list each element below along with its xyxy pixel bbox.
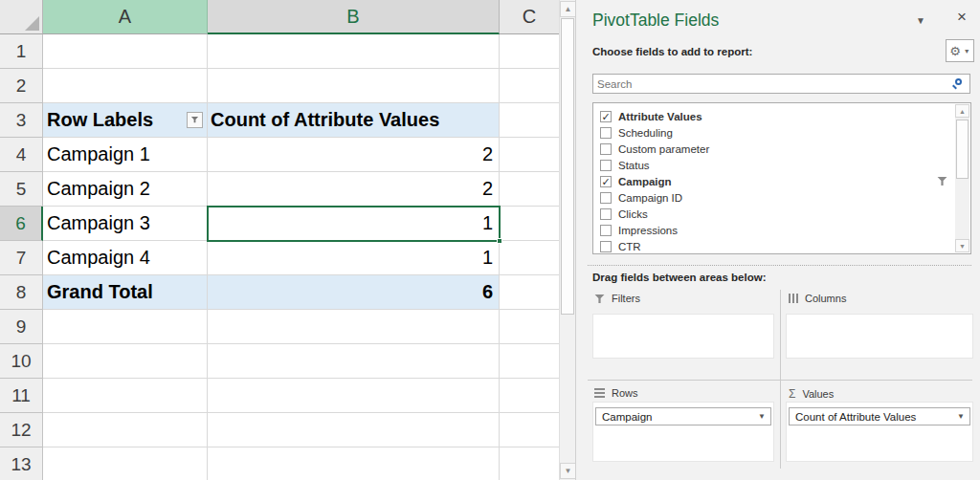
row-header-9[interactable]: 9 [0,310,43,344]
cell-c5[interactable] [500,172,559,207]
values-drop-area[interactable]: Count of Attribute Values ▼ [786,402,973,462]
cell-c4[interactable] [500,138,559,172]
pane-options-button[interactable]: ▼ [916,15,925,26]
cell-b2[interactable] [208,69,500,103]
field-label: Campaign ID [618,192,682,204]
cell-a2[interactable] [43,69,208,103]
cell-c8[interactable] [500,275,559,310]
checkbox[interactable] [600,160,612,171]
field-item-attribute-values[interactable]: ✓Attribute Values [593,108,970,124]
close-pane-button[interactable]: × [957,8,967,27]
field-item-ctr[interactable]: CTR [593,239,970,255]
checkbox[interactable] [600,241,612,252]
row-header-7[interactable]: 7 [0,241,43,275]
cell-a8-grand-total[interactable]: Grand Total [43,275,208,310]
row-header-1[interactable]: 1 [0,34,43,69]
row-header-8[interactable]: 8 [0,275,43,310]
field-label: CTR [618,241,641,252]
search-input[interactable] [593,75,969,93]
cell-a3-row-labels[interactable]: Row Labels [43,103,208,138]
tools-button[interactable]: ⚙ ▼ [946,39,974,62]
cell-c1[interactable] [500,34,559,69]
row-header-5[interactable]: 5 [0,172,43,207]
cell-b5[interactable]: 2 [208,172,500,207]
row-header-6[interactable]: 6 [0,207,43,241]
cell-c9[interactable] [500,310,559,344]
cell-a13[interactable] [43,447,208,480]
cell-b13[interactable] [208,447,500,480]
row-header-2[interactable]: 2 [0,69,43,103]
scroll-up-button[interactable]: ▲ [560,1,576,17]
cell-a9[interactable] [43,310,208,344]
column-header-a[interactable]: A [43,0,208,34]
cell-c6[interactable] [500,207,559,241]
cell-b11[interactable] [208,379,500,413]
field-item-custom-parameter[interactable]: Custom parameter [593,141,970,157]
column-header-b[interactable]: B [208,0,500,34]
cell-b9[interactable] [208,310,500,344]
grand-total-value: 6 [482,281,493,303]
cell-b10[interactable] [208,344,500,379]
rows-drop-area[interactable]: Campaign ▼ [592,402,774,462]
cell-c3[interactable] [500,103,559,138]
row-header-13[interactable]: 13 [0,447,43,480]
cell-a12[interactable] [43,413,208,447]
scrollbar-thumb[interactable] [561,18,574,315]
row-header-4[interactable]: 4 [0,138,43,172]
cell-b6-active[interactable]: 1 [208,207,500,241]
columns-drop-area[interactable] [786,314,973,359]
search-icon[interactable] [952,78,964,90]
cell-b7[interactable]: 1 [208,241,500,275]
checkbox[interactable] [600,225,612,236]
dropdown-arrow-icon[interactable]: ▼ [957,412,965,421]
cell-b1[interactable] [208,34,500,69]
pill-label: Count of Attribute Values [795,411,916,423]
field-item-campaign[interactable]: ✓Campaign [593,173,970,189]
checkbox[interactable]: ✓ [600,176,612,187]
values-field-count-of-attribute-values[interactable]: Count of Attribute Values ▼ [789,407,970,425]
row-header-12[interactable]: 12 [0,413,43,447]
rows-field-campaign[interactable]: Campaign ▼ [595,407,771,425]
cell-b8-grand-total[interactable]: 6 [208,275,500,310]
cell-a6[interactable]: Campaign 3 [43,207,208,241]
checkbox[interactable] [600,127,612,139]
scroll-down-button[interactable]: ▼ [955,239,969,252]
cell-b4[interactable]: 2 [208,138,500,172]
row-header-11[interactable]: 11 [0,379,43,413]
field-list-scrollbar[interactable]: ▲ ▼ [955,104,969,252]
checkbox[interactable] [600,192,612,204]
checkbox[interactable] [600,143,612,155]
column-header-c[interactable]: C [500,0,559,34]
cell-b3-count-header[interactable]: Count of Attribute Values [208,103,500,138]
row-labels-filter-button[interactable] [187,112,203,128]
row-header-10[interactable]: 10 [0,344,43,379]
cell-c13[interactable] [500,447,559,480]
checkbox[interactable]: ✓ [600,111,612,122]
select-all-corner[interactable] [0,0,43,34]
filters-drop-area[interactable] [592,314,774,359]
sheet-vertical-scrollbar[interactable]: ▲ ▼ [559,0,575,480]
field-item-clicks[interactable]: Clicks [593,207,970,223]
scroll-down-button[interactable]: ▼ [560,463,576,479]
field-item-status[interactable]: Status [593,157,970,173]
checkbox[interactable] [600,208,612,220]
cell-c11[interactable] [500,379,559,413]
field-item-campaign-id[interactable]: Campaign ID [593,189,970,206]
cell-a7[interactable]: Campaign 4 [43,241,208,275]
field-item-scheduling[interactable]: Scheduling [593,124,970,141]
cell-c2[interactable] [500,69,559,103]
cell-c7[interactable] [500,241,559,275]
field-item-impressions[interactable]: Impressions [593,223,970,239]
scrollbar-thumb[interactable] [956,120,969,179]
cell-c12[interactable] [500,413,559,447]
cell-a11[interactable] [43,379,208,413]
row-header-3[interactable]: 3 [0,103,43,138]
cell-b12[interactable] [208,413,500,447]
scroll-up-button[interactable]: ▲ [955,104,969,118]
cell-c10[interactable] [500,344,559,379]
cell-a5[interactable]: Campaign 2 [43,172,208,207]
cell-a4[interactable]: Campaign 1 [43,138,208,172]
dropdown-arrow-icon[interactable]: ▼ [758,412,766,421]
cell-a1[interactable] [43,34,208,69]
cell-a10[interactable] [43,344,208,379]
